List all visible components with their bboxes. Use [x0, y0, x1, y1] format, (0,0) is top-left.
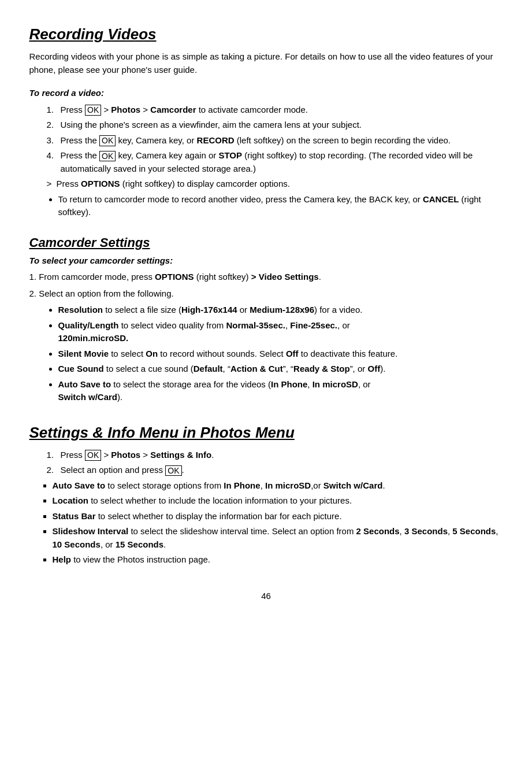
ok-box-s1: OK [85, 450, 101, 461]
camcorder-bullets: Resolution to select a file size (High-1… [58, 304, 503, 404]
ok-box-s2: OK [165, 465, 181, 476]
to-record-label: To record a video: [29, 87, 503, 100]
settings-bullet-statusbar: Status Bar to select whether to display … [53, 510, 503, 523]
settings-step-2-text: Select an option and press OK. [61, 464, 184, 477]
step-3-num: 3. [47, 134, 61, 147]
settings-step-1: 1. Press OK > Photos > Settings & Info. [47, 449, 503, 462]
settings-bullets: Auto Save to to select storage options f… [53, 479, 503, 567]
camcorder-bullet-quality: Quality/Length to select video quality f… [58, 319, 503, 345]
step-4-text: Press the OK key, Camera key again or ST… [61, 149, 503, 175]
settings-step-1-text: Press OK > Photos > Settings & Info. [61, 449, 214, 462]
ok-box-1: OK [85, 105, 101, 116]
camcorder-line1: 1. From camcorder mode, press OPTIONS (r… [29, 271, 503, 284]
settings-info-title: Settings & Info Menu in Photos Menu [29, 421, 503, 444]
settings-bullet-autosave: Auto Save to to select storage options f… [53, 479, 503, 493]
settings-bullet-location: Location to select whether to include th… [53, 494, 503, 508]
step-2-num: 2. [47, 119, 61, 132]
camcorder-bullet-silent: Silent Movie to select On to record with… [58, 347, 503, 361]
settings-step-2: 2. Select an option and press OK. [47, 464, 503, 477]
recording-intro: Recording videos with your phone is as s… [29, 50, 503, 76]
record-step-3: 3. Press the OK key, Camera key, or RECO… [47, 134, 503, 147]
step-1-num: 1. [47, 103, 61, 117]
return-bullet-list: To return to camcorder mode to record an… [58, 193, 503, 219]
camcorder-sub-title: To select your camcorder settings: [29, 254, 503, 268]
page-content: Recording Videos Recording videos with y… [29, 23, 503, 567]
step-2-text: Using the phone's screen as a viewfinder… [61, 119, 362, 132]
return-bullet-item: To return to camcorder mode to record an… [58, 193, 503, 219]
settings-bullet-slideshow: Slideshow Interval to select the slidesh… [53, 525, 503, 551]
camcorder-settings-title: Camcorder Settings [29, 233, 503, 252]
ok-box-4: OK [99, 151, 116, 162]
settings-step-1-num: 1. [47, 449, 61, 462]
camcorder-line2: 2. Select an option from the following. [29, 287, 503, 301]
step-4-num: 4. [47, 149, 61, 175]
camcorder-bullet-resolution: Resolution to select a file size (High-1… [58, 304, 503, 317]
camcorder-sub-label: To select your camcorder settings: [29, 256, 173, 265]
settings-bullet-help: Help to view the Photos instruction page… [53, 553, 503, 567]
record-step-4: 4. Press the OK key, Camera key again or… [47, 149, 503, 175]
ok-box-3: OK [99, 135, 116, 146]
step-3-text: Press the OK key, Camera key, or RECORD … [61, 134, 451, 147]
camcorder-bullet-autosave: Auto Save to to select the storage area … [58, 378, 503, 404]
settings-step-2-num: 2. [47, 464, 61, 477]
camcorder-bullet-cue: Cue Sound to select a cue sound (Default… [58, 363, 503, 376]
record-step-2: 2. Using the phone's screen as a viewfin… [47, 119, 503, 132]
press-options: > Press OPTIONS (right softkey) to displ… [47, 177, 503, 191]
page-number: 46 [29, 590, 503, 603]
step-1-text: Press OK > Photos > Camcorder to activat… [61, 103, 308, 117]
record-step-1: 1. Press OK > Photos > Camcorder to acti… [47, 103, 503, 117]
recording-videos-title: Recording Videos [29, 23, 503, 46]
to-record-label-text: To record a video: [29, 88, 104, 98]
